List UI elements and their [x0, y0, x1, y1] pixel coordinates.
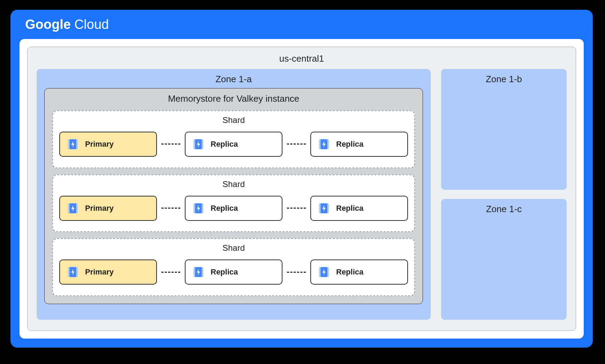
connector: [287, 144, 306, 145]
shard-2: Shard Primary: [52, 238, 415, 296]
memorystore-icon: [192, 138, 205, 151]
node-role-label: Primary: [85, 268, 114, 277]
diagram-canvas: Google Cloud us-central1 Zone 1-a Memory…: [0, 0, 605, 364]
google-cloud-frame: Google Cloud us-central1 Zone 1-a Memory…: [10, 10, 593, 348]
shard-0: Shard Primary: [52, 110, 415, 168]
shard-2-label: Shard: [59, 243, 408, 253]
node-role-label: Replica: [211, 204, 238, 213]
shard-0-replica-0: Replica: [185, 132, 282, 157]
google-cloud-logo: Google Cloud: [20, 10, 584, 39]
zone-1-a: Zone 1-a Memorystore for Valkey instance…: [37, 69, 431, 320]
memorystore-icon: [317, 202, 331, 215]
zone-1-b-label: Zone 1-b: [449, 74, 559, 85]
memorystore-icon: [317, 138, 331, 151]
shard-1-replica-1: Replica: [310, 196, 408, 221]
shard-0-nodes: Primary Replica: [59, 129, 408, 160]
node-role-label: Replica: [336, 268, 363, 277]
connector: [161, 208, 180, 209]
shard-2-replica-1: Replica: [310, 260, 408, 285]
memorystore-icon: [192, 202, 205, 215]
region-card: us-central1 Zone 1-a Memorystore for Val…: [27, 47, 576, 331]
zone-1-c: Zone 1-c: [441, 199, 567, 320]
connector: [161, 272, 180, 273]
shard-2-primary: Primary: [59, 260, 157, 285]
brand-word-cloud: Cloud: [74, 17, 109, 32]
memorystore-icon: [66, 265, 80, 279]
shard-1-nodes: Primary Replica: [59, 193, 408, 224]
shard-0-primary: Primary: [59, 132, 157, 157]
node-role-label: Replica: [211, 140, 238, 149]
zone-1-a-label: Zone 1-a: [44, 74, 423, 85]
node-role-label: Replica: [211, 268, 238, 277]
node-role-label: Primary: [85, 204, 114, 213]
shard-1-primary: Primary: [59, 196, 157, 221]
node-role-label: Replica: [336, 140, 363, 149]
connector: [161, 144, 180, 145]
shard-2-nodes: Primary Replica: [59, 256, 408, 288]
project-card: us-central1 Zone 1-a Memorystore for Val…: [20, 39, 584, 339]
shard-1-replica-0: Replica: [185, 196, 282, 221]
instance-title: Memorystore for Valkey instance: [52, 93, 415, 104]
shard-2-replica-0: Replica: [185, 260, 282, 285]
memorystore-icon: [66, 202, 80, 215]
memorystore-icon: [192, 265, 205, 279]
zone-1-c-label: Zone 1-c: [449, 204, 559, 215]
brand-word-google: Google: [25, 17, 71, 32]
shard-1: Shard Primary: [52, 175, 415, 232]
node-role-label: Replica: [336, 204, 363, 213]
shard-0-replica-1: Replica: [310, 132, 408, 157]
node-role-label: Primary: [85, 140, 114, 149]
connector: [287, 272, 306, 273]
region-label: us-central1: [37, 53, 567, 64]
shard-1-label: Shard: [59, 179, 408, 189]
zone-1-b: Zone 1-b: [441, 69, 567, 190]
connector: [287, 208, 306, 209]
memorystore-icon: [317, 265, 331, 279]
shard-0-label: Shard: [59, 115, 408, 125]
memorystore-instance: Memorystore for Valkey instance Shard Pr…: [44, 88, 423, 304]
zones-row: Zone 1-a Memorystore for Valkey instance…: [37, 69, 567, 320]
zones-bc-column: Zone 1-b Zone 1-c: [441, 69, 567, 320]
memorystore-icon: [66, 138, 80, 151]
